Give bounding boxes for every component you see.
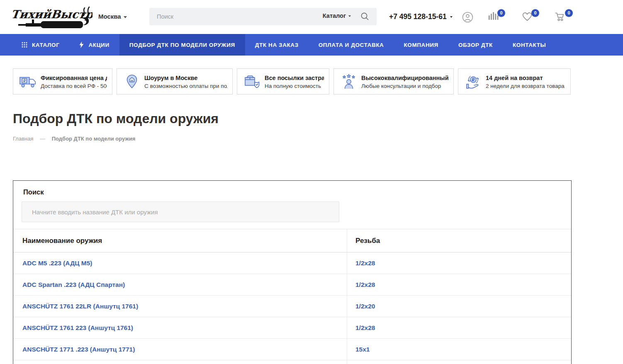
feature-title: Фиксированная цена доставки (41, 75, 107, 81)
table-row: ANSCHÜTZ 1761 22LR (Аншутц 1761) 1/2x20 (13, 296, 571, 317)
column-header-weapon: Наименование оружия (22, 237, 102, 245)
finder-search-label: Поиск (23, 188, 571, 196)
nav-label: ОПЛАТА И ДОСТАВКА (319, 42, 384, 48)
cart-button[interactable]: 0 (555, 12, 566, 23)
search-catalog-label: Каталог (323, 12, 346, 19)
table-row: ADC M5 .223 (АДЦ М5) 1/2x28 (13, 252, 571, 274)
svg-text:ТихийВыстрел: ТихийВыстрел (12, 8, 92, 21)
dtk-finder-panel: Поиск Наименование оружия Резьба ADC M5 … (13, 180, 572, 364)
weapon-link[interactable]: ANSCHÜTZ 1771 .223 (Аншутц 1771) (22, 346, 135, 353)
logo[interactable]: ТихийВыстрел (12, 2, 92, 32)
feature-subtitle: 2 недели для возврата товара и денег (486, 83, 565, 89)
city-label: Москва (98, 13, 121, 20)
breadcrumb-current: Подбор ДТК по модели оружия (52, 136, 136, 142)
thread-link[interactable]: 15x1 (355, 346, 370, 353)
feature-title: Шоурум в Москве (144, 75, 197, 81)
weapons-table: Наименование оружия Резьба ADC M5 .223 (… (13, 229, 571, 364)
feature-showroom: Шоурум в Москве С возможностью оплаты пр… (117, 68, 233, 95)
nav-item-dtk-custom[interactable]: ДТК НА ЗАКАЗ (245, 34, 309, 56)
compare-button[interactable]: 0 (489, 12, 499, 22)
nav-label: ДТК НА ЗАКАЗ (255, 42, 299, 48)
feature-title: 14 дней на возврат (486, 75, 543, 81)
cart-icon (555, 12, 566, 22)
return-icon: ₽ (464, 74, 482, 90)
chevron-down-icon (450, 16, 453, 18)
thread-link[interactable]: 1/2x20 (355, 303, 375, 310)
table-row: ANSCHÜTZ 1771 .223 (Аншутц 1771) 15x1 (13, 339, 571, 360)
feature-subtitle: Доставка по всей РФ - 500 руб (41, 83, 107, 89)
nav-label: ПОДБОР ДТК ПО МОДЕЛИ ОРУЖИЯ (129, 42, 235, 48)
weapon-link[interactable]: ANSCHÜTZ 1761 22LR (Аншутц 1761) (22, 303, 138, 310)
feature-title: Высококвалифицированный персонал (361, 75, 448, 81)
feature-title: Все посылки застрахованы (265, 75, 324, 81)
nav-item-payment-delivery[interactable]: ОПЛАТА И ДОСТАВКА (309, 34, 394, 56)
weapon-link[interactable]: ADC Spartan .223 (АДЦ Спартан) (22, 281, 125, 289)
account-button[interactable] (462, 12, 473, 24)
table-row-partial (13, 360, 571, 364)
chevron-down-icon (124, 16, 127, 18)
delivery-truck-icon: ₽ (19, 75, 37, 89)
feature-delivery: ₽ Фиксированная цена доставки Доставка п… (13, 68, 112, 95)
header-search-placeholder[interactable]: Поиск (157, 13, 173, 20)
logo-image: ТихийВыстрел (12, 2, 92, 32)
cart-count-badge: 0 (565, 9, 573, 17)
phone-number[interactable]: +7 495 128-15-61 (389, 12, 453, 21)
thread-link[interactable]: 1/2x28 (355, 324, 375, 332)
grid-icon (22, 42, 27, 48)
feature-staff: Высококвалифицированный персонал Любые к… (333, 68, 454, 95)
search-catalog-dropdown[interactable]: Каталог (323, 12, 351, 19)
table-row: ADC Spartan .223 (АДЦ Спартан) 1/2x28 (13, 274, 571, 296)
compare-count-badge: 0 (497, 9, 505, 17)
nav-item-catalog[interactable]: КАТАЛОГ (12, 34, 69, 56)
table-row: ANSCHÜTZ 1761 223 (Аншутц 1761) 1/2x28 (13, 317, 571, 339)
feature-subtitle: Любые консультации и подбор (361, 83, 448, 89)
feature-returns: ₽ 14 дней на возврат 2 недели для возвра… (458, 68, 571, 95)
nav-label: КОМПАНИЯ (404, 42, 438, 48)
nav-item-dtk-by-weapon[interactable]: ПОДБОР ДТК ПО МОДЕЛИ ОРУЖИЯ (119, 34, 245, 56)
weapon-link[interactable]: ADC M5 .223 (АДЦ М5) (22, 260, 92, 267)
user-icon (462, 12, 473, 23)
svg-text:₽: ₽ (472, 77, 475, 82)
weapon-link[interactable]: ANSCHÜTZ 1761 223 (Аншутц 1761) (22, 324, 133, 332)
lightning-icon (79, 41, 84, 48)
insured-package-icon (243, 74, 261, 89)
page-title: Подбор ДТК по модели оружия (13, 111, 219, 126)
nav-item-contacts[interactable]: КОНТАКТЫ (503, 34, 556, 56)
page: ТихийВыстрел Москва Поиск Каталог (0, 0, 623, 364)
nav-label: ОБЗОР ДТК (458, 42, 493, 48)
thread-link[interactable]: 1/2x28 (355, 260, 375, 267)
table-header-row: Наименование оружия Резьба (13, 229, 571, 252)
feature-subtitle: С возможностью оплаты при получении (144, 83, 227, 89)
nav-label: АКЦИИ (88, 42, 109, 48)
nav-label: КАТАЛОГ (32, 42, 59, 48)
favorites-count-badge: 0 (531, 9, 539, 17)
breadcrumb-separator: — (40, 136, 45, 142)
header: ТихийВыстрел Москва Поиск Каталог (0, 0, 623, 34)
city-selector[interactable]: Москва (98, 13, 127, 20)
search-icon[interactable] (360, 12, 369, 22)
map-pin-icon (123, 74, 141, 89)
phone-label: +7 495 128-15-61 (389, 12, 447, 21)
staff-icon (340, 74, 358, 90)
favorites-button[interactable]: 0 (522, 12, 533, 23)
svg-text:₽: ₽ (23, 78, 26, 83)
chevron-down-icon (348, 15, 351, 17)
main-nav: КАТАЛОГ АКЦИИ ПОДБОР ДТК ПО МОДЕЛИ ОРУЖИ… (0, 34, 623, 56)
nav-item-dtk-review[interactable]: ОБЗОР ДТК (448, 34, 503, 56)
nav-label: КОНТАКТЫ (513, 42, 546, 48)
nav-item-promos[interactable]: АКЦИИ (69, 34, 119, 56)
breadcrumb-home-link[interactable]: Главная (13, 136, 33, 142)
feature-badges: ₽ Фиксированная цена доставки Доставка п… (13, 68, 572, 95)
thread-link[interactable]: 1/2x28 (355, 281, 375, 289)
finder-search-input[interactable] (22, 201, 339, 222)
nav-item-company[interactable]: КОМПАНИЯ (394, 34, 448, 56)
feature-insurance: Все посылки застрахованы На полную стоим… (237, 68, 329, 95)
feature-subtitle: На полную стоимость (265, 83, 324, 89)
column-header-thread: Резьба (355, 237, 380, 245)
breadcrumb: Главная — Подбор ДТК по модели оружия (13, 136, 135, 142)
header-search: Поиск Каталог (149, 8, 377, 25)
